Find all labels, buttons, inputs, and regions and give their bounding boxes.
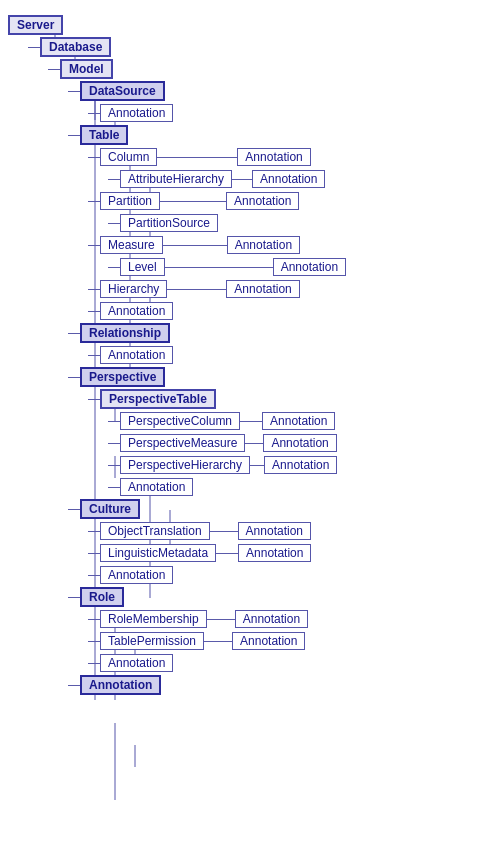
column-node: Column xyxy=(100,148,157,166)
role-node: Role xyxy=(80,587,124,607)
annotation-perspectivemeasure-node: Annotation xyxy=(263,434,336,452)
model-node: Model xyxy=(60,59,113,79)
annotation-perspectivehierarchy-node: Annotation xyxy=(264,456,337,474)
datasource-node: DataSource xyxy=(80,81,165,101)
annotation-role-row: Annotation xyxy=(88,652,500,674)
perspective-row: Perspective xyxy=(68,366,500,388)
level-node: Level xyxy=(120,258,165,276)
annotation-culture-row: Annotation xyxy=(88,564,500,586)
annotation-tablepermission-node: Annotation xyxy=(232,632,305,650)
tablepermission-node: TablePermission xyxy=(100,632,204,650)
culture-node: Culture xyxy=(80,499,140,519)
attrhierarchy-row: AttributeHierarchy Annotation xyxy=(108,168,500,190)
annotation-perspectivecolumn-node: Annotation xyxy=(262,412,335,430)
server-node: Server xyxy=(8,15,63,35)
perspectivemeasure-node: PerspectiveMeasure xyxy=(120,434,245,452)
annotation-datasource-row: Annotation xyxy=(88,102,500,124)
server-row: Server xyxy=(8,14,500,36)
table-row: Table xyxy=(68,124,500,146)
partition-row: Partition Annotation xyxy=(88,190,500,212)
perspectivetable-row: PerspectiveTable xyxy=(88,388,500,410)
annotation-rolemembership-node: Annotation xyxy=(235,610,308,628)
annotation-model-row: Annotation xyxy=(68,674,500,696)
hierarchy-node: Hierarchy xyxy=(100,280,167,298)
annotation-partition-node: Annotation xyxy=(226,192,299,210)
linguisticmetadata-node: LinguisticMetadata xyxy=(100,544,216,562)
annotation-culture-node: Annotation xyxy=(100,566,173,584)
database-node: Database xyxy=(40,37,111,57)
schema-diagram: Server Database Model DataSource Annotat… xyxy=(0,0,500,702)
relationship-row: Relationship xyxy=(68,322,500,344)
linguisticmetadata-row: LinguisticMetadata Annotation xyxy=(88,542,500,564)
perspectivecolumn-row: PerspectiveColumn Annotation xyxy=(108,410,500,432)
objecttranslation-row: ObjectTranslation Annotation xyxy=(88,520,500,542)
rolemembership-row: RoleMembership Annotation xyxy=(88,608,500,630)
tablepermission-row: TablePermission Annotation xyxy=(88,630,500,652)
relationship-node: Relationship xyxy=(80,323,170,343)
measure-row: Measure Annotation xyxy=(88,234,500,256)
annotation-datasource-node: Annotation xyxy=(100,104,173,122)
annotation-objecttranslation-node: Annotation xyxy=(238,522,311,540)
level-row: Level Annotation xyxy=(108,256,500,278)
partition-node: Partition xyxy=(100,192,160,210)
perspective-node: Perspective xyxy=(80,367,165,387)
rolemembership-node: RoleMembership xyxy=(100,610,207,628)
hierarchy-row: Hierarchy Annotation xyxy=(88,278,500,300)
perspectivehierarchy-row: PerspectiveHierarchy Annotation xyxy=(108,454,500,476)
partitionsource-row: PartitionSource xyxy=(108,212,500,234)
partitionsource-node: PartitionSource xyxy=(120,214,218,232)
role-row: Role xyxy=(68,586,500,608)
annotation-relationship-row: Annotation xyxy=(88,344,500,366)
annotation-column-node: Annotation xyxy=(237,148,310,166)
datasource-row: DataSource xyxy=(68,80,500,102)
annotation-table-node: Annotation xyxy=(100,302,173,320)
annotation-perspectivetable-row: Annotation xyxy=(108,476,500,498)
annotation-measure-node: Annotation xyxy=(227,236,300,254)
culture-row: Culture xyxy=(68,498,500,520)
model-row: Model xyxy=(48,58,500,80)
annotation-attrhierarchy-node: Annotation xyxy=(252,170,325,188)
perspectivemeasure-row: PerspectiveMeasure Annotation xyxy=(108,432,500,454)
perspectivetable-node: PerspectiveTable xyxy=(100,389,216,409)
annotation-role-node: Annotation xyxy=(100,654,173,672)
table-node: Table xyxy=(80,125,128,145)
objecttranslation-node: ObjectTranslation xyxy=(100,522,210,540)
annotation-level-node: Annotation xyxy=(273,258,346,276)
measure-node: Measure xyxy=(100,236,163,254)
annotation-model-node: Annotation xyxy=(80,675,161,695)
annotation-linguisticmetadata-node: Annotation xyxy=(238,544,311,562)
annotation-table-row: Annotation xyxy=(88,300,500,322)
perspectivecolumn-node: PerspectiveColumn xyxy=(120,412,240,430)
column-row: Column Annotation xyxy=(88,146,500,168)
database-row: Database xyxy=(28,36,500,58)
annotation-relationship-node: Annotation xyxy=(100,346,173,364)
perspectivehierarchy-node: PerspectiveHierarchy xyxy=(120,456,250,474)
attributehierarchy-node: AttributeHierarchy xyxy=(120,170,232,188)
annotation-hierarchy-node: Annotation xyxy=(226,280,299,298)
annotation-perspectivetable-node: Annotation xyxy=(120,478,193,496)
